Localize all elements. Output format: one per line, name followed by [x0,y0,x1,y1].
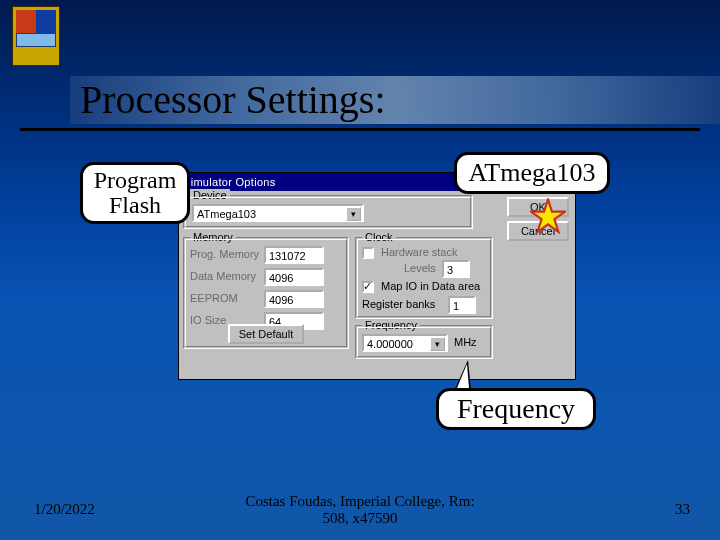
checkbox-icon [362,281,374,293]
io-size-label: IO Size [190,314,226,326]
prog-mem-input[interactable]: 131072 [264,246,324,264]
frequency-value: 4.000000 [367,338,413,350]
frequency-group-label: Frequency [362,319,420,331]
checkbox-icon [362,247,374,259]
clock-group-label: Clock [362,231,396,243]
device-group: Device ATmega103 ▾ [183,195,473,229]
simulator-options-dialog: Simulator Options Device ATmega103 ▾ OK … [178,172,576,380]
page-title: Processor Settings: [70,76,720,124]
clock-group: Clock Hardware stack Levels 3 Map IO in … [355,237,493,319]
prog-mem-label: Prog. Memory [190,248,259,260]
levels-input[interactable]: 3 [442,260,470,278]
callout-text: ATmega103 [468,158,595,188]
star-icon [530,198,566,234]
memory-group-label: Memory [190,231,236,243]
hw-stack-checkbox[interactable]: Hardware stack [362,246,457,259]
data-mem-label: Data Memory [190,270,256,282]
callout-text: Frequency [457,393,575,425]
device-value: ATmega103 [197,208,256,220]
callout-program-flash: Program Flash [80,162,190,224]
set-default-button[interactable]: Set Default [228,324,304,344]
eeprom-label: EEPROM [190,292,238,304]
callout-frequency: Frequency [436,388,596,430]
frequency-unit: MHz [454,336,477,348]
logo-crest [12,6,60,66]
footer-center: Costas Foudas, Imperial College, Rm: 508… [0,493,720,526]
map-io-label: Map IO in Data area [381,280,480,292]
chevron-down-icon[interactable]: ▾ [346,207,361,221]
page-number: 33 [675,501,690,518]
title-underline [20,128,700,131]
footer-line1: Costas Foudas, Imperial College, Rm: [245,493,474,509]
reg-banks-input[interactable]: 1 [448,296,476,314]
callout-atmega: ATmega103 [454,152,610,194]
eeprom-input[interactable]: 4096 [264,290,324,308]
callout-text: Program [94,167,177,193]
chevron-down-icon[interactable]: ▾ [430,337,445,351]
frequency-select[interactable]: 4.000000 ▾ [362,334,448,352]
device-group-label: Device [190,189,230,201]
map-io-checkbox[interactable]: Map IO in Data area [362,280,480,293]
device-select[interactable]: ATmega103 ▾ [192,204,364,222]
footer-line2: 508, x47590 [323,510,398,526]
data-mem-input[interactable]: 4096 [264,268,324,286]
frequency-group: Frequency 4.000000 ▾ MHz [355,325,493,359]
title-bar: Processor Settings: [70,76,720,124]
hw-stack-label: Hardware stack [381,246,457,258]
memory-group: Memory Prog. Memory 131072 Data Memory 4… [183,237,349,349]
levels-label: Levels [404,262,436,274]
svg-marker-0 [531,199,565,231]
callout-text: Flash [109,192,161,218]
reg-banks-label: Register banks [362,298,435,310]
